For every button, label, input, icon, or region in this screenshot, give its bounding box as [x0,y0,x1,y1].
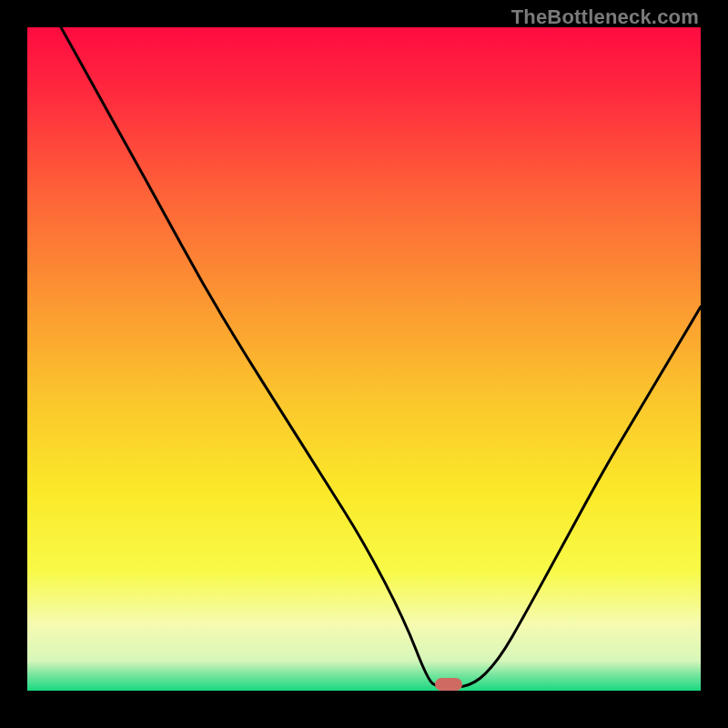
plot-area [27,27,701,701]
attribution-text: TheBottleneck.com [511,5,699,29]
bottleneck-curve [27,27,701,701]
optimum-marker [435,678,462,691]
curve-path [61,27,701,687]
chart-frame: TheBottleneck.com [0,0,728,728]
